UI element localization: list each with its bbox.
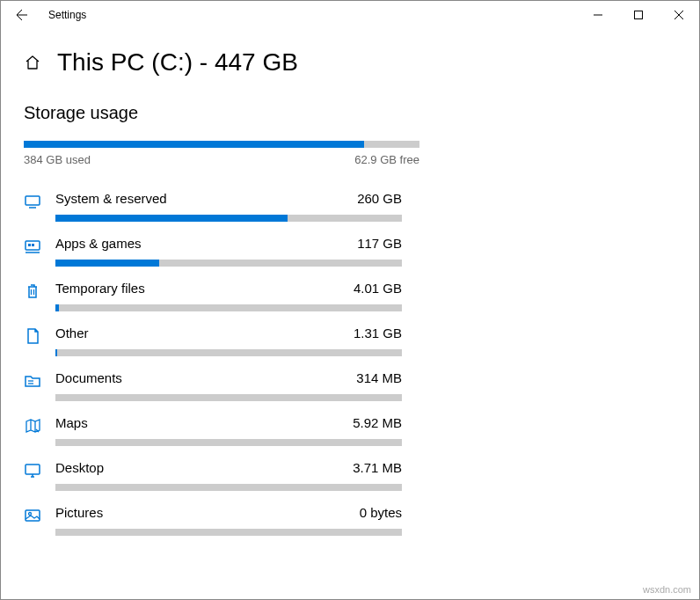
apps-icon — [24, 236, 55, 255]
documents-icon — [24, 370, 55, 390]
watermark: wsxdn.com — [643, 584, 691, 595]
system-icon — [24, 191, 55, 210]
category-size: 314 MB — [356, 370, 402, 385]
minimize-button[interactable] — [578, 1, 618, 29]
page-header: This PC (C:) - 447 GB — [24, 48, 676, 77]
category-size: 0 bytes — [360, 505, 402, 520]
category-bar — [55, 260, 402, 267]
category-label: Desktop — [55, 460, 104, 475]
used-label: 384 GB used — [24, 153, 91, 166]
desktop-icon — [24, 460, 55, 479]
svg-rect-8 — [32, 244, 34, 246]
category-label: System & reserved — [55, 191, 167, 206]
overall-labels: 384 GB used 62.9 GB free — [24, 153, 419, 166]
category-bar — [55, 349, 402, 356]
category-bar — [55, 439, 402, 446]
home-icon — [24, 54, 41, 71]
category-label: Maps — [55, 415, 88, 430]
svg-rect-4 — [26, 196, 40, 205]
svg-rect-14 — [26, 465, 40, 474]
category-temp[interactable]: Temporary files4.01 GB — [24, 274, 402, 318]
category-bar — [55, 484, 402, 491]
category-label: Apps & games — [55, 236, 142, 251]
category-size: 117 GB — [357, 236, 402, 251]
category-size: 3.71 MB — [353, 460, 402, 475]
category-fill — [55, 260, 159, 267]
category-size: 5.92 MB — [353, 415, 402, 430]
category-size: 260 GB — [357, 191, 402, 206]
category-desktop[interactable]: Desktop3.71 MB — [24, 453, 402, 498]
arrow-left-icon — [15, 8, 29, 22]
category-documents[interactable]: Documents314 MB — [24, 363, 402, 408]
svg-rect-17 — [26, 510, 40, 521]
category-fill — [55, 304, 59, 311]
category-system[interactable]: System & reserved260 GB — [24, 184, 402, 229]
back-button[interactable] — [1, 1, 43, 29]
category-size: 4.01 GB — [354, 281, 402, 296]
close-button[interactable] — [659, 1, 699, 29]
pictures-icon — [24, 505, 55, 524]
svg-rect-7 — [28, 244, 31, 246]
category-bar — [55, 215, 402, 222]
overall-usage-bar — [24, 141, 419, 148]
category-pictures[interactable]: Pictures0 bytes — [24, 498, 402, 543]
maps-icon — [24, 415, 55, 435]
page-title: This PC (C:) - 447 GB — [57, 48, 298, 77]
overall-usage-fill — [24, 141, 364, 148]
temp-icon — [24, 281, 55, 300]
svg-point-18 — [29, 513, 32, 516]
maximize-button[interactable] — [618, 1, 659, 29]
titlebar: Settings — [1, 1, 699, 29]
category-list: System & reserved260 GBApps & games117 G… — [24, 184, 402, 543]
app-title: Settings — [43, 9, 86, 21]
section-title: Storage usage — [24, 103, 676, 123]
minimize-icon — [594, 11, 602, 19]
category-fill — [55, 349, 57, 356]
category-maps[interactable]: Maps5.92 MB — [24, 408, 402, 453]
category-label: Other — [55, 326, 89, 340]
category-bar — [55, 394, 402, 401]
category-bar — [55, 304, 402, 311]
category-label: Pictures — [55, 505, 103, 520]
other-icon — [24, 326, 55, 345]
close-icon — [674, 11, 683, 19]
category-size: 1.31 GB — [354, 326, 402, 340]
free-label: 62.9 GB free — [354, 153, 419, 166]
category-other[interactable]: Other1.31 GB — [24, 318, 402, 363]
category-apps[interactable]: Apps & games117 GB — [24, 229, 402, 274]
category-label: Temporary files — [55, 281, 145, 296]
home-button[interactable] — [24, 54, 41, 71]
category-fill — [55, 215, 288, 222]
category-label: Documents — [55, 370, 122, 385]
category-bar — [55, 529, 402, 536]
window-controls — [578, 1, 699, 29]
svg-rect-1 — [635, 11, 643, 19]
maximize-icon — [634, 11, 643, 19]
